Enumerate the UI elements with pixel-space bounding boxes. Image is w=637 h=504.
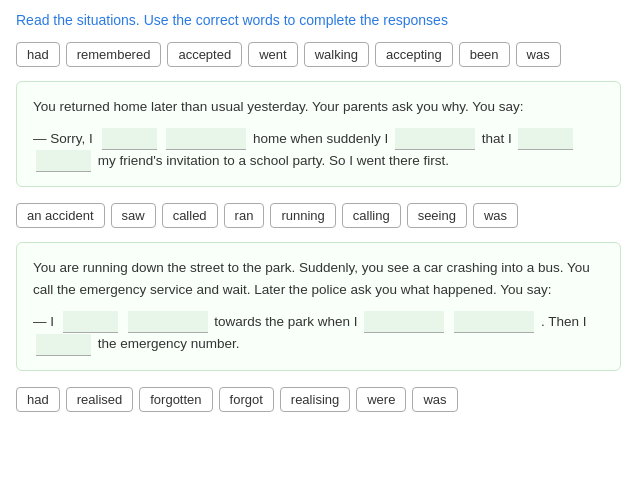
blank-5[interactable]: [36, 150, 91, 172]
word-chip[interactable]: was: [412, 387, 457, 412]
word-chip[interactable]: realised: [66, 387, 134, 412]
word-chip[interactable]: accepted: [167, 42, 242, 67]
word-chip[interactable]: walking: [304, 42, 369, 67]
word-chip[interactable]: was: [473, 203, 518, 228]
scenario-1-text: You returned home later than usual yeste…: [33, 96, 604, 118]
dash: — I: [33, 314, 54, 329]
word-chip[interactable]: an accident: [16, 203, 105, 228]
blank-6[interactable]: [63, 311, 118, 333]
scenario-1: You returned home later than usual yeste…: [16, 81, 621, 187]
dash: — Sorry, I: [33, 131, 93, 146]
blank-7[interactable]: [128, 311, 208, 333]
word-chip[interactable]: calling: [342, 203, 401, 228]
word-chip[interactable]: remembered: [66, 42, 162, 67]
instruction-text: Read the situations. Use the correct wor…: [16, 12, 621, 28]
scenario-2: You are running down the street to the p…: [16, 242, 621, 370]
word-chip[interactable]: went: [248, 42, 297, 67]
word-chip[interactable]: had: [16, 42, 60, 67]
blank-8[interactable]: [364, 311, 444, 333]
scenario-1-sentence: — Sorry, I home when suddenly I that I m…: [33, 128, 604, 173]
scenario-2-text: You are running down the street to the p…: [33, 257, 604, 300]
blank-2[interactable]: [166, 128, 246, 150]
word-bank-3: had realised forgotten forgot realising …: [16, 387, 621, 412]
blank-3[interactable]: [395, 128, 475, 150]
blank-4[interactable]: [518, 128, 573, 150]
word-chip[interactable]: accepting: [375, 42, 453, 67]
word-chip[interactable]: saw: [111, 203, 156, 228]
word-bank-1: had remembered accepted went walking acc…: [16, 42, 621, 67]
word-chip[interactable]: had: [16, 387, 60, 412]
page: Read the situations. Use the correct wor…: [0, 0, 637, 438]
word-chip[interactable]: forgot: [219, 387, 274, 412]
word-chip[interactable]: realising: [280, 387, 350, 412]
word-chip[interactable]: seeing: [407, 203, 467, 228]
word-chip[interactable]: ran: [224, 203, 265, 228]
word-bank-2: an accident saw called ran running calli…: [16, 203, 621, 228]
blank-9[interactable]: [454, 311, 534, 333]
word-chip[interactable]: forgotten: [139, 387, 212, 412]
blank-10[interactable]: [36, 334, 91, 356]
word-chip[interactable]: was: [516, 42, 561, 67]
word-chip[interactable]: called: [162, 203, 218, 228]
word-chip[interactable]: been: [459, 42, 510, 67]
word-chip[interactable]: running: [270, 203, 335, 228]
scenario-2-sentence: — I towards the park when I . Then I the…: [33, 311, 604, 356]
blank-1[interactable]: [102, 128, 157, 150]
word-chip[interactable]: were: [356, 387, 406, 412]
